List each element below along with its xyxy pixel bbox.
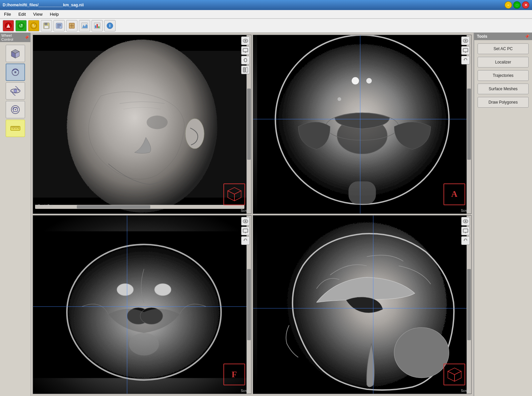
svg-text:↻: ↻ [32,23,36,28]
wheel-control-title: Wheel Control [1,33,24,41]
bar-chart-button[interactable] [92,20,103,31]
viewport-sagittal[interactable]: Scroll [253,215,472,394]
tools-panel-title: Tools [477,34,487,39]
maximize-button[interactable]: □ [513,1,521,9]
disk-button[interactable] [53,20,65,31]
tool-rotate-3d[interactable] [6,63,25,81]
viewport-coronal-eye[interactable] [461,36,470,45]
window-title: D:/home/nifti_files/___________km_sag.ni… [3,3,84,7]
viewport-sagittal-refresh[interactable] [461,236,470,245]
tool-ruler[interactable] [6,120,25,137]
h-scroll-thumb [77,205,150,209]
wheel-control-panel: Wheel Control 📌 [0,33,31,396]
svg-point-77 [155,283,171,295]
tools-buttons-list: Set AC PC Localizer Trajectories Surface… [474,40,532,111]
viewport-axial-icons [241,217,250,245]
menu-edit[interactable]: Edit [16,11,28,17]
viewport-axial-refresh[interactable] [241,236,250,245]
set-ac-pc-button[interactable]: Set AC PC [478,43,529,54]
wheel-control-pin[interactable]: 📌 [24,35,29,40]
v-scrollbar-thumb-sagittal [467,269,471,340]
svg-point-35 [15,109,16,110]
svg-marker-72 [464,59,465,60]
tool-3d-cube[interactable] [6,45,25,62]
viewport-grid: V.Rot H.Rot Scroll [31,33,474,396]
surface-meshes-button[interactable]: Surface Meshes [478,84,529,94]
tools-panel: Tools 📌 Set AC PC Localizer Trajectories… [474,33,532,396]
wheel-control-tools [0,42,30,140]
svg-rect-11 [57,24,61,25]
svg-rect-94 [463,229,468,232]
svg-point-52 [244,40,246,42]
trajectories-button[interactable]: Trajectories [478,70,529,81]
svg-rect-58 [246,68,248,72]
localizer-button[interactable]: Localizer [478,57,529,68]
viewport-sagittal-screen[interactable] [461,227,470,235]
toolbar: ↺ ↻ [0,19,532,33]
title-bar: D:/home/nifti_files/___________km_sag.ni… [0,0,532,10]
svg-point-46 [147,116,168,129]
viewport-sagittal-eye[interactable] [461,217,470,226]
svg-rect-83 [243,229,248,232]
svg-rect-23 [98,26,100,28]
svg-rect-9 [45,26,48,28]
svg-point-80 [129,333,159,356]
layers-button[interactable] [66,20,77,31]
svg-rect-7 [44,23,47,25]
view-label-box-3d [223,183,245,205]
menu-view[interactable]: View [31,11,44,17]
refresh-button[interactable]: ↻ [28,20,39,31]
scroll-label-3d: Scroll [241,209,249,213]
viewport-screen-icon[interactable] [241,46,250,55]
h-scroll-track[interactable] [35,205,244,209]
svg-point-64 [338,97,341,101]
svg-rect-21 [95,25,96,28]
svg-marker-49 [234,191,241,201]
window-controls: − □ ✕ [505,1,529,9]
viewport-axial[interactable]: F Scroll [33,215,251,394]
v-scrollbar-thumb-3d [247,89,251,160]
minimize-button[interactable]: − [505,1,512,9]
viewport-coronal-refresh[interactable] [461,56,470,64]
viewport-axial-screen[interactable] [241,227,250,235]
svg-rect-70 [463,48,468,52]
svg-marker-47 [228,187,241,194]
view-label-letter-axial: F [232,370,237,380]
wheel-control-header: Wheel Control 📌 [0,33,30,42]
viewport-3d[interactable]: V.Rot H.Rot Scroll [33,35,251,214]
menu-file[interactable]: File [2,11,13,17]
view-label-box-coronal: A [444,183,465,205]
svg-point-82 [244,220,246,222]
svg-marker-48 [228,191,234,201]
tool-orbit-rotate[interactable] [6,82,25,100]
menu-help[interactable]: Help [48,11,61,17]
svg-marker-96 [464,240,465,241]
viewport-refresh-icon[interactable] [241,56,250,64]
stop-button[interactable] [3,20,14,31]
viewport-coronal[interactable]: A Scroll [253,35,472,214]
svg-point-88 [394,327,449,378]
svg-marker-91 [455,371,461,381]
viewport-eye-icon[interactable] [241,36,250,45]
viewport-coronal-icons [461,36,470,64]
chart-button[interactable] [79,20,90,31]
tools-panel-pin[interactable]: 📌 [525,34,529,39]
scroll-label-axial: Scroll [241,389,249,393]
viewport-split-icon[interactable] [241,65,250,74]
close-button[interactable]: ✕ [522,1,529,9]
viewport-coronal-screen[interactable] [461,46,470,55]
reload-button[interactable]: ↺ [15,20,27,31]
svg-point-69 [465,40,467,42]
viewport-axial-eye[interactable] [241,217,250,226]
info-button[interactable]: i [104,20,116,31]
svg-rect-12 [57,25,61,26]
save-button[interactable] [41,20,52,31]
draw-polygones-button[interactable]: Draw Polygones [478,97,529,108]
v-scrollbar-thumb-axial [247,269,251,340]
scroll-label-sagittal: Scroll [461,389,469,393]
svg-point-30 [14,71,16,73]
tool-reset-view[interactable] [6,101,25,118]
svg-rect-57 [243,68,245,72]
tools-panel-header: Tools 📌 [474,33,532,40]
svg-text:↺: ↺ [19,23,23,28]
